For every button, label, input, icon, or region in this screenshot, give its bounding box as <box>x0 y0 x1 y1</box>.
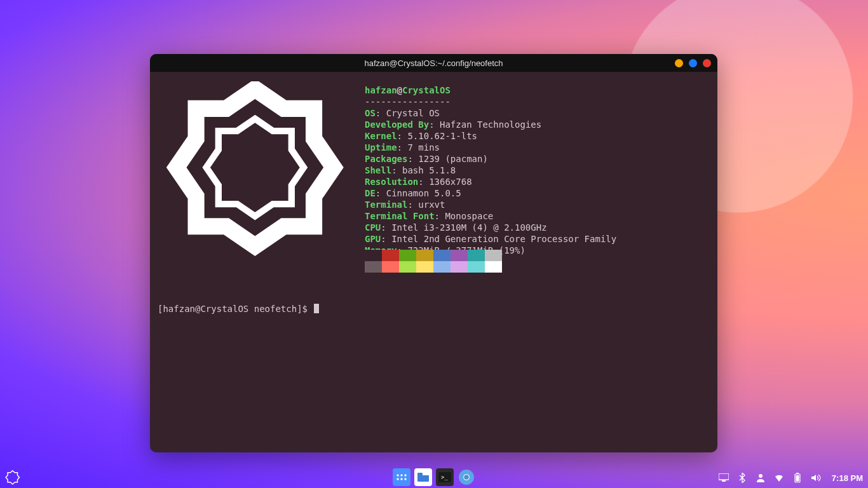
terminal-icon: >_ <box>438 472 451 482</box>
field-shell-label: Shell <box>365 165 391 175</box>
svg-point-4 <box>400 474 402 476</box>
terminal-window[interactable]: hafzan@CrystalOS:~/.config/neofetch <box>150 54 717 452</box>
dock: >_ <box>393 468 475 486</box>
field-packages-label: Packages <box>365 154 407 164</box>
user-icon[interactable] <box>756 473 766 483</box>
color-swatch <box>451 261 468 273</box>
svg-point-3 <box>397 474 398 476</box>
color-swatch <box>451 250 468 261</box>
window-minimize-button[interactable] <box>675 59 683 67</box>
field-resolution-value: 868x488 <box>429 177 471 187</box>
distro-logo-icon <box>166 81 350 268</box>
display-icon[interactable] <box>719 473 729 483</box>
field-packages-value: 1239 (pacman) <box>418 154 488 164</box>
start-logo-icon <box>4 470 21 486</box>
color-swatch <box>382 250 399 261</box>
svg-point-14 <box>464 475 469 480</box>
svg-rect-9 <box>417 473 423 475</box>
field-os-label: OS <box>365 108 376 118</box>
field-developed-value: Hafzan Technologies <box>440 119 541 130</box>
chromium-icon <box>458 469 475 485</box>
field-terminal-font-label: Terminal Font <box>365 211 435 221</box>
field-shell-value: bash 5.1.8 <box>402 165 456 175</box>
svg-point-8 <box>404 478 406 480</box>
field-gpu-label: GPU <box>365 234 381 244</box>
field-kernel-value: 5.10.62-1-lts <box>407 131 477 141</box>
folder-icon <box>417 472 430 482</box>
window-title: hafzan@CrystalOS:~/.config/neofetch <box>364 58 503 68</box>
svg-point-17 <box>759 474 763 478</box>
dock-files-button[interactable] <box>414 468 432 486</box>
field-de-value: Cinnamon 5.0.5 <box>386 188 461 198</box>
color-swatch <box>365 261 382 273</box>
color-swatch <box>433 261 451 273</box>
prompt-text: [hafzan@CrystalOS neofetch]$ <box>158 304 313 314</box>
field-uptime-label: Uptime <box>365 142 397 152</box>
svg-rect-15 <box>719 473 729 480</box>
neofetch-user: hafzan <box>365 85 397 95</box>
neofetch-separator: ---------------- <box>365 97 451 107</box>
svg-marker-2 <box>6 471 19 484</box>
field-cpu-label: CPU <box>365 222 381 233</box>
field-terminal-value: urxvt <box>418 200 445 210</box>
color-swatch <box>399 250 416 261</box>
cursor-icon <box>314 304 319 313</box>
dock-browser-button[interactable] <box>458 468 475 486</box>
svg-text:>_: >_ <box>441 474 448 480</box>
field-developed-label: Developed By <box>365 119 429 130</box>
dock-terminal-button[interactable]: >_ <box>436 468 454 486</box>
field-os-value: Crystal OS <box>386 108 440 118</box>
color-swatch <box>468 261 485 273</box>
network-icon[interactable] <box>774 473 784 483</box>
field-terminal-label: Terminal <box>365 200 407 210</box>
svg-rect-19 <box>796 473 799 474</box>
system-tray: 7:18 PM <box>719 468 863 488</box>
color-swatch <box>399 261 416 273</box>
color-palette <box>365 250 502 273</box>
neofetch-info: hafzan@CrystalOS ---------------- OS: Cr… <box>365 73 616 256</box>
bluetooth-icon[interactable] <box>737 473 747 483</box>
color-swatch <box>416 261 433 273</box>
field-uptime-value: 7 mins <box>407 142 440 152</box>
svg-point-7 <box>400 478 402 480</box>
svg-point-5 <box>404 474 406 476</box>
window-titlebar[interactable]: hafzan@CrystalOS:~/.config/neofetch <box>150 54 717 72</box>
color-swatch <box>485 261 502 273</box>
neofetch-host: CrystalOS <box>402 85 451 95</box>
desktop: Crystal OS hafzan@CrystalOS:~/.config/ne… <box>0 0 868 488</box>
field-kernel-label: Kernel <box>365 131 397 141</box>
field-resolution-label: Resolution <box>365 177 418 187</box>
color-swatch <box>416 250 433 261</box>
field-gpu-value: Intel 2nd Generation Core Processor Fami… <box>391 234 616 244</box>
color-swatch <box>433 250 451 261</box>
battery-icon[interactable] <box>792 473 803 483</box>
color-swatch <box>382 261 399 273</box>
terminal-body[interactable]: hafzan@CrystalOS ---------------- OS: Cr… <box>150 72 717 452</box>
start-menu-button[interactable] <box>4 470 21 486</box>
svg-point-6 <box>397 478 398 480</box>
dock-show-apps-button[interactable] <box>393 468 410 486</box>
color-swatch <box>365 250 382 261</box>
field-terminal-font-value: Monospace <box>445 211 493 221</box>
clock[interactable]: 7:18 PM <box>832 473 863 483</box>
window-maximize-button[interactable] <box>689 59 697 67</box>
field-de-label: DE <box>365 188 376 198</box>
shell-prompt[interactable]: [hafzan@CrystalOS neofetch]$ <box>158 303 319 315</box>
color-swatch <box>468 250 485 261</box>
window-close-button[interactable] <box>703 59 711 67</box>
color-swatch <box>485 250 502 261</box>
svg-rect-20 <box>796 475 799 482</box>
grid-icon <box>396 473 407 481</box>
field-cpu-value: Intel i3-2310M (4) @ 2.100GHz <box>391 222 546 233</box>
taskbar: >_ 7:18 PM <box>0 468 868 488</box>
svg-rect-16 <box>722 480 726 482</box>
volume-icon[interactable] <box>811 473 821 483</box>
